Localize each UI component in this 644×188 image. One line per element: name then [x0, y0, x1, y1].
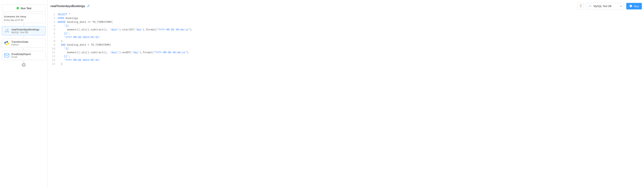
step-email-daily-report[interactable]: EmailDailyReport Email [2, 51, 46, 60]
step-name: EmailDailyReport [12, 53, 31, 56]
code-line[interactable]: FROM bookings [58, 17, 192, 20]
schedule-card[interactable]: Scheduled Job Setup Every day at 07:00 [2, 14, 46, 23]
run-button[interactable]: Run [626, 3, 642, 10]
code-line[interactable]: moment().utc().subtract(1, 'days').start… [58, 28, 192, 32]
code-line[interactable]: '{{ [58, 24, 192, 28]
edit-name-icon[interactable] [87, 5, 90, 8]
step-transform-data[interactable]: TransformData Python [2, 39, 46, 48]
step-sub: Python [12, 43, 28, 46]
add-step-button[interactable] [22, 63, 26, 67]
step-name: TransformData [12, 40, 28, 43]
line-number: 13 [50, 58, 55, 62]
code-line[interactable]: }}', [58, 55, 192, 58]
trash-icon [580, 4, 582, 8]
code-line[interactable]: ) [58, 62, 192, 66]
line-number: 14 [50, 62, 55, 66]
sidebar: Run Test Scheduled Job Setup Every day a… [0, 0, 48, 188]
mysql-icon [4, 28, 10, 34]
line-number: 4 [50, 24, 55, 28]
code-content[interactable]: SELECT *FROM bookingsWHERE booking_date … [58, 13, 192, 66]
connector-line [24, 24, 24, 26]
email-icon [4, 53, 10, 58]
line-number: 12 [50, 55, 55, 58]
run-test-label: Run Test [21, 7, 32, 10]
step-name: readYesterdaysBookings [12, 28, 39, 31]
step-sub: Email [12, 56, 31, 58]
run-test-button[interactable]: Run Test [2, 5, 46, 12]
resource-select[interactable]: MySQL Test DB [586, 3, 624, 10]
main-panel: readYesterdaysBookings MySQL Test DB Run [48, 0, 644, 188]
code-line[interactable]: AND booking_date < TO_TIMESTAMP( [58, 43, 192, 47]
line-number: 5 [50, 28, 55, 32]
code-line[interactable]: 'YYYY-MM-DD HH24:MI:SS' [58, 36, 192, 39]
chevron-down-icon [620, 5, 622, 8]
code-editor[interactable]: 1234567891011121314 SELECT *FROM booking… [50, 13, 642, 66]
play-icon [16, 7, 19, 10]
line-number: 2 [50, 17, 55, 20]
line-number: 6 [50, 32, 55, 36]
line-number: 8 [50, 39, 55, 43]
code-line[interactable]: }}', [58, 32, 192, 36]
line-number: 9 [50, 43, 55, 47]
query-header: readYesterdaysBookings MySQL Test DB Run [50, 3, 642, 10]
line-number: 1 [50, 13, 55, 17]
connector-line [24, 48, 24, 50]
query-title: readYesterdaysBookings [50, 5, 85, 8]
code-line[interactable]: '{{ [58, 47, 192, 51]
code-line[interactable]: moment().utc().subtract(1, 'days').endOf… [58, 51, 192, 55]
line-number: 7 [50, 36, 55, 39]
connector-line [24, 61, 24, 63]
line-number: 10 [50, 47, 55, 51]
connector-line [24, 36, 24, 38]
line-number: 3 [50, 20, 55, 24]
delete-button[interactable] [578, 3, 584, 10]
resource-label: MySQL Test DB [594, 5, 618, 8]
schedule-title: Scheduled Job Setup [4, 15, 44, 18]
mysql-icon [588, 4, 592, 8]
step-sub: MySQL Test DB [12, 31, 39, 34]
line-number: 11 [50, 51, 55, 55]
run-label: Run [634, 5, 639, 8]
step-read-yesterdays-bookings[interactable]: readYesterdaysBookings MySQL Test DB [2, 26, 46, 35]
play-icon [629, 4, 632, 8]
code-line[interactable]: SELECT * [58, 13, 192, 17]
code-line[interactable]: ) [58, 39, 192, 43]
python-icon [4, 40, 10, 46]
code-line[interactable]: 'YYYY-MM-DD HH24:MI:SS' [58, 58, 192, 62]
line-number-gutter: 1234567891011121314 [50, 13, 58, 66]
schedule-sub: Every day at 07:00 [4, 19, 44, 21]
svg-rect-2 [4, 54, 9, 57]
code-line[interactable]: WHERE booking_date >= TO_TIMESTAMP( [58, 20, 192, 24]
